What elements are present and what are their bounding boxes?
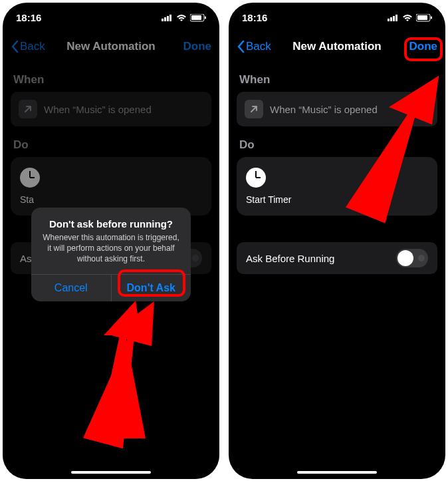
- dont-ask-button[interactable]: Don't Ask: [111, 275, 191, 301]
- svg-rect-14: [417, 15, 427, 20]
- nav-bar: Back New Automation Done: [229, 32, 445, 61]
- alert-title: Don't ask before running?: [41, 218, 181, 230]
- home-indicator[interactable]: [297, 471, 377, 474]
- status-bar: 18:16: [229, 3, 445, 32]
- action-card[interactable]: Start Timer: [237, 157, 437, 216]
- section-do-label: Do: [237, 138, 437, 152]
- toggle-knob: [397, 250, 413, 266]
- ask-before-running-toggle[interactable]: [396, 249, 428, 267]
- home-indicator[interactable]: [71, 471, 151, 474]
- clock-icon: [246, 168, 266, 188]
- when-condition-text: When “Music” is opened: [270, 104, 378, 115]
- svg-rect-0: [162, 19, 164, 21]
- phone-left: 18:16 Back New Automation Done When When…: [3, 3, 219, 479]
- svg-rect-3: [169, 15, 171, 21]
- svg-rect-15: [431, 16, 432, 19]
- toggle-off-indicator: [418, 255, 425, 261]
- svg-rect-12: [395, 15, 397, 21]
- svg-rect-10: [390, 17, 392, 21]
- svg-rect-5: [191, 15, 201, 20]
- status-bar: 18:16: [3, 3, 219, 32]
- svg-rect-11: [393, 16, 395, 21]
- alert-buttons: Cancel Don't Ask: [31, 274, 191, 301]
- svg-rect-1: [164, 17, 166, 21]
- when-condition-card[interactable]: When “Music” is opened: [237, 92, 437, 126]
- wifi-icon: [176, 11, 187, 23]
- cellular-icon: [388, 11, 399, 23]
- alert-message: Whenever this automation is triggered, i…: [41, 232, 181, 265]
- content: When When “Music” is opened Do Start Tim…: [229, 73, 445, 274]
- chevron-left-icon: [237, 40, 245, 53]
- cancel-button[interactable]: Cancel: [31, 275, 111, 301]
- open-app-icon: [245, 100, 263, 118]
- ask-before-running-label: Ask Before Running: [246, 253, 334, 264]
- status-time: 18:16: [242, 12, 267, 23]
- done-button[interactable]: Done: [409, 40, 438, 53]
- status-icons: [162, 11, 206, 23]
- svg-rect-9: [388, 19, 390, 21]
- svg-rect-6: [205, 16, 206, 19]
- ask-before-running-row: Ask Before Running: [237, 242, 437, 274]
- phone-right: 18:16 Back New Automation Done When When…: [229, 3, 445, 479]
- action-label: Start Timer: [246, 194, 428, 205]
- cellular-icon: [162, 11, 173, 23]
- battery-icon: [416, 11, 432, 23]
- confirmation-alert: Don't ask before running? Whenever this …: [31, 208, 191, 301]
- svg-rect-2: [167, 16, 169, 21]
- battery-icon: [190, 11, 206, 23]
- alert-body: Don't ask before running? Whenever this …: [31, 208, 191, 274]
- section-when-label: When: [237, 73, 437, 86]
- wifi-icon: [402, 11, 413, 23]
- status-icons: [388, 11, 432, 23]
- back-label: Back: [246, 40, 271, 53]
- back-button[interactable]: Back: [237, 40, 271, 53]
- status-time: 18:16: [16, 12, 41, 23]
